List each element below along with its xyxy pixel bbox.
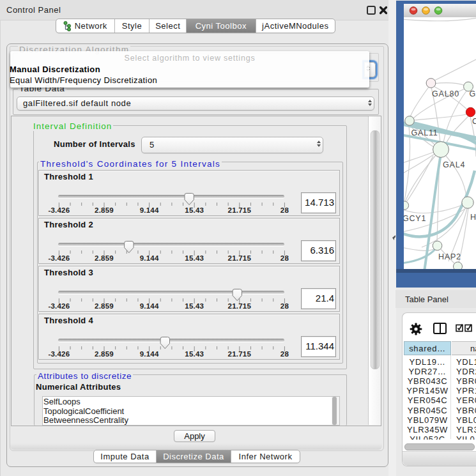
svg-text:H: H: [470, 213, 476, 222]
svg-text:GCY1: GCY1: [404, 214, 426, 223]
svg-text:C: C: [472, 117, 476, 126]
svg-text:HAP2: HAP2: [438, 252, 461, 261]
svg-text:GAL4: GAL4: [443, 160, 465, 169]
svg-text:GAL80: GAL80: [432, 89, 459, 98]
svg-text:GAL11: GAL11: [411, 128, 438, 137]
svg-text:GA: GA: [470, 89, 476, 98]
